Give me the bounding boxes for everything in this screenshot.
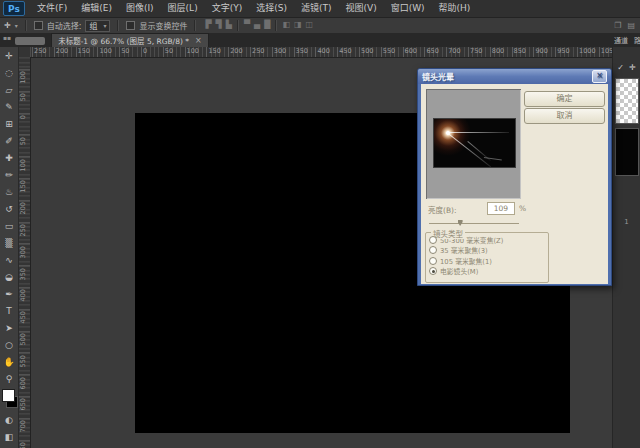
photoshop-logo: Ps [3,1,25,16]
flare-streak [484,157,502,160]
menu-item-3[interactable]: 图层(L) [161,0,205,17]
h-ruler-label: 650 [426,47,438,55]
menu-item-5[interactable]: 选择(S) [249,0,294,17]
align-icon-0[interactable]: ▛ [203,20,213,31]
right-panel-tab-1[interactable]: 路径 [634,35,640,45]
align-icon-3[interactable]: ▀ [242,20,252,31]
brightness-input[interactable]: 109 [487,202,515,215]
dock-count-badge: 1 [613,218,640,226]
align-icon-1[interactable]: ▜ [214,20,224,31]
menu-item-8[interactable]: 窗口(W) [384,0,432,17]
menu-item-6[interactable]: 滤镜(T) [294,0,339,17]
brightness-slider[interactable] [429,220,519,226]
history-snapshot-transparent-thumbnail[interactable] [615,78,639,124]
smudge-tool[interactable]: ∿ [0,251,18,268]
auto-select-value: 组 [89,20,97,31]
color-swatches[interactable] [0,389,18,411]
flare-preview-thumbnail[interactable] [433,118,516,168]
radio-icon[interactable] [429,246,437,254]
v-ruler-label: 750 [19,442,27,448]
align-icon-6[interactable]: ◧ [280,20,292,31]
h-ruler-label: 1050 [601,47,612,55]
v-ruler-label: 500 [19,333,27,345]
menu-item-0[interactable]: 文件(F) [30,0,74,17]
dropdown-caret-icon: ▾ [103,22,106,29]
v-ruler-label: 450 [19,311,27,323]
menu-item-2[interactable]: 图像(I) [119,0,161,17]
align-icon-2[interactable]: ▙ [224,20,234,31]
lens-option-label: 电影镜头(M) [440,266,478,276]
clone-stamp-tool[interactable]: ♨ [0,183,18,200]
h-ruler-label: 750 [470,47,482,55]
radio-icon[interactable] [429,257,437,265]
tab-close-icon[interactable]: × [195,36,202,45]
slider-track [429,223,519,224]
marquee-tool[interactable]: ◌ [0,64,18,81]
panel-grip[interactable] [15,37,45,45]
ok-button[interactable]: 确定 [524,91,605,107]
foreground-color-swatch[interactable] [2,389,15,402]
cancel-button[interactable]: 取消 [524,108,605,124]
menu-item-4[interactable]: 文字(Y) [205,0,250,17]
document-tab[interactable]: 未标题-1 @ 66.7% (图层 5, RGB/8) * × [51,33,209,47]
type-tool[interactable]: T [0,302,18,319]
gradient-tool[interactable]: ▒ [0,234,18,251]
move-tool[interactable]: ✛ [0,47,18,64]
dialog-title-bar[interactable]: 镜头光晕 × [418,69,611,84]
auto-select-checkbox[interactable] [34,21,43,30]
quick-mask-button[interactable]: ◐ [0,411,18,428]
dock-collapse-icon[interactable]: ▪▪ [3,34,11,41]
quick-selection-tool[interactable]: ✎ [0,98,18,115]
show-transform-checkbox[interactable] [126,21,135,30]
v-ruler-label: 550 [19,355,27,367]
vertical-ruler: 1005005010015020025030035040045050055060… [18,57,31,448]
zoom-tool[interactable]: ⚲ [0,370,18,387]
lasso-tool[interactable]: ▱ [0,81,18,98]
radio-icon[interactable] [429,267,437,275]
align-icon-7[interactable]: ◨ [292,20,304,31]
document-tab-title: 未标题-1 @ 66.7% (图层 5, RGB/8) * [58,35,189,46]
dialog-close-icon[interactable]: × [592,70,607,83]
dialog-body: 确定 取消 亮度(B): 109 % 镜头类型 50-300 毫米变焦(Z)35… [421,84,608,284]
align-icon-8[interactable]: ◫ [304,20,316,31]
dock-icon-0[interactable]: ✓ [617,63,624,72]
h-ruler-label: 850 [514,47,526,55]
v-ruler-label: 100 [19,71,27,83]
lens-option-1[interactable]: 35 毫米聚焦(3) [429,246,548,254]
radio-icon[interactable] [429,236,437,244]
workspace-icon-1[interactable]: ▤ [624,21,638,30]
right-panel-tab-0[interactable]: 通道 [614,35,628,45]
flare-streak [447,132,509,133]
eraser-tool[interactable]: ▭ [0,217,18,234]
menu-item-9[interactable]: 帮助(H) [432,0,478,17]
shape-tool[interactable]: ○ [0,336,18,353]
dock-icon-1[interactable]: ✛ [629,63,636,72]
eyedropper-tool[interactable]: ✐ [0,132,18,149]
lens-option-3[interactable]: 电影镜头(M) [429,267,548,275]
workspace-icon-0[interactable]: ❐ [611,21,624,30]
history-snapshot-black-thumbnail[interactable] [615,128,639,176]
lens-option-2[interactable]: 105 毫米聚焦(1) [429,257,548,265]
h-ruler-label: 800 [492,47,504,55]
slider-thumb[interactable] [458,220,463,226]
menu-item-7[interactable]: 视图(V) [338,0,383,17]
tool-preset-caret-icon[interactable]: ▾ [15,22,18,29]
h-ruler-label: 100 [187,47,199,55]
flare-preview-area[interactable] [426,89,521,199]
move-tool-preset-icon[interactable]: ✛ [4,21,11,30]
auto-select-dropdown[interactable]: 组 ▾ [85,20,110,32]
screen-mode-button[interactable]: ◧ [0,428,18,445]
align-icon-4[interactable]: ▄ [252,20,262,31]
align-icon-5[interactable]: █ [262,20,272,31]
crop-tool[interactable]: ⊞ [0,115,18,132]
v-ruler-label: 250 [19,224,27,236]
healing-brush-tool[interactable]: ✚ [0,149,18,166]
hand-tool[interactable]: ✋ [0,353,18,370]
pen-tool[interactable]: ✒ [0,285,18,302]
menu-item-1[interactable]: 编辑(E) [74,0,119,17]
history-brush-tool[interactable]: ↺ [0,200,18,217]
path-selection-tool[interactable]: ➤ [0,319,18,336]
brush-tool[interactable]: ✏ [0,166,18,183]
divider [25,20,27,31]
dodge-tool[interactable]: ◒ [0,268,18,285]
